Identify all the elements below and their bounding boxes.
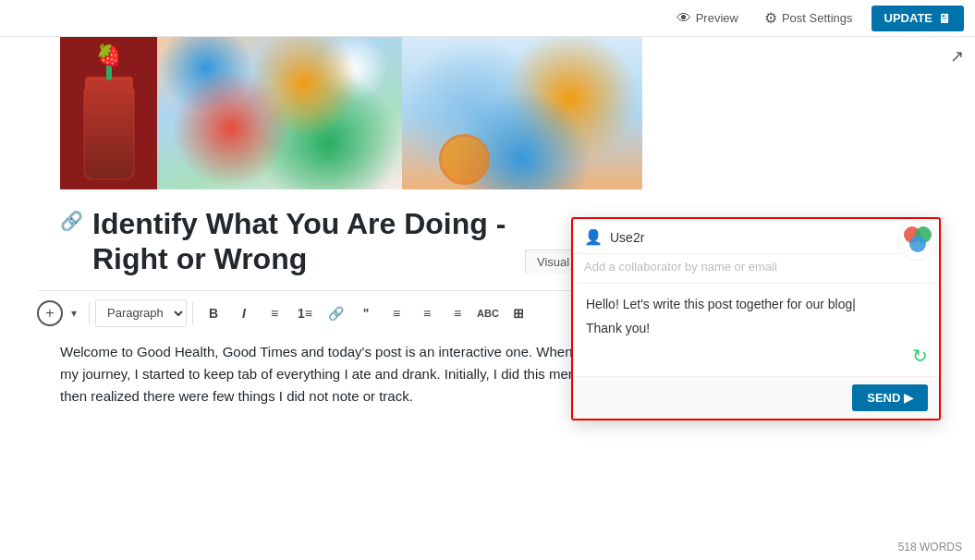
food-image-1: 🍓 (60, 37, 157, 189)
refresh-icon[interactable]: ↻ (912, 345, 928, 367)
paragraph-select[interactable]: Paragraph (95, 299, 187, 327)
food-image-3 (402, 37, 642, 189)
external-link-icon[interactable]: ↗ (950, 46, 964, 67)
chevron-down-icon[interactable]: ▾ (65, 300, 83, 326)
collab-add-placeholder[interactable]: Add a collaborator by name or email (573, 254, 939, 284)
columns-button[interactable]: ⊞ (504, 298, 533, 328)
post-title[interactable]: Identify What You Are Doing - Right or W… (92, 206, 573, 277)
divider-1 (89, 302, 90, 324)
gear-icon: ⚙ (764, 9, 777, 27)
editor-area: ↗ 🍓 🔗 Identify What You Are Doing - Righ… (0, 37, 975, 559)
post-settings-label: Post Settings (782, 11, 853, 25)
abc-button[interactable]: ABC (473, 298, 503, 328)
collab-message-input[interactable] (584, 391, 852, 406)
post-content[interactable]: Welcome to Good Health, Good Times and t… (60, 341, 633, 408)
ordered-list-button[interactable]: 1≡ (290, 298, 320, 328)
preview-label: Preview (696, 11, 738, 25)
align-center-button[interactable]: ≡ (412, 298, 442, 328)
text-format-group: B I ≡ 1≡ 🔗 " ≡ ≡ ≡ ABC ⊞ (199, 298, 533, 328)
top-toolbar: 👁 Preview ⚙ Post Settings UPDATE 🖥 (0, 0, 975, 37)
hero-image: 🍓 (60, 37, 642, 189)
preview-button[interactable]: 👁 Preview (669, 6, 746, 30)
word-count: 518 WORDS (898, 541, 962, 554)
italic-button[interactable]: I (229, 298, 259, 328)
collab-footer: SEND ▶ (573, 376, 939, 419)
bold-button[interactable]: B (199, 298, 228, 328)
monitor-icon: 🖥 (938, 11, 951, 26)
unordered-list-button[interactable]: ≡ (260, 298, 289, 328)
user-icon: 👤 (584, 228, 603, 246)
collab-header: 👤 Use2r × (573, 219, 939, 254)
send-button[interactable]: SEND ▶ (852, 384, 928, 411)
update-label: UPDATE (884, 11, 932, 25)
collaborator-panel: 👤 Use2r × Add a collaborator by name or … (571, 217, 941, 420)
link-button[interactable]: 🔗 (321, 298, 350, 328)
collab-message-line1: Hello! Let's write this post together fo… (586, 297, 926, 311)
circles-svg (901, 224, 934, 257)
blockquote-button[interactable]: " (351, 298, 381, 328)
collab-message-line2: Thank you! (586, 321, 926, 335)
collab-username: Use2r (610, 230, 910, 245)
collab-message-area: Hello! Let's write this post together fo… (573, 284, 939, 376)
food-image-2 (157, 37, 402, 189)
align-right-button[interactable]: ≡ (443, 298, 472, 328)
eye-icon: 👁 (676, 10, 691, 27)
circles-decoration (895, 217, 941, 263)
svg-point-2 (909, 236, 926, 252)
align-left-button[interactable]: ≡ (382, 298, 411, 328)
add-block-button[interactable]: + (37, 300, 63, 326)
update-button[interactable]: UPDATE 🖥 (871, 6, 964, 31)
color-circles-icon (897, 220, 938, 261)
post-settings-button[interactable]: ⚙ Post Settings (757, 6, 860, 30)
link-icon[interactable]: 🔗 (60, 210, 83, 232)
divider-2 (192, 302, 193, 324)
